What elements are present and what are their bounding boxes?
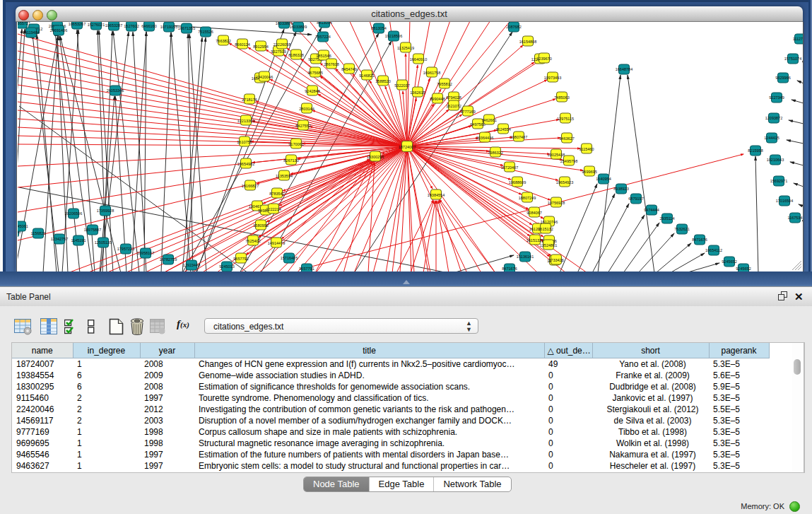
svg-text:19218506: 19218506 <box>385 34 402 38</box>
svg-text:8783542: 8783542 <box>269 192 284 196</box>
svg-text:9146821: 9146821 <box>359 74 374 78</box>
svg-text:3675685: 3675685 <box>307 71 322 75</box>
svg-text:18300295: 18300295 <box>367 155 384 159</box>
svg-text:7986322: 7986322 <box>488 151 502 155</box>
svg-text:9242848: 9242848 <box>305 89 319 93</box>
svg-text:10975887: 10975887 <box>84 228 101 232</box>
svg-text:9227349: 9227349 <box>769 95 784 100</box>
svg-text:1222214: 1222214 <box>266 207 281 211</box>
svg-text:9245652: 9245652 <box>722 259 736 264</box>
svg-text:20691406: 20691406 <box>50 28 67 33</box>
svg-text:9115460: 9115460 <box>579 147 594 151</box>
svg-text:8454749: 8454749 <box>341 67 356 71</box>
svg-text:1588520: 1588520 <box>375 79 390 83</box>
svg-text:8471676: 8471676 <box>502 267 517 271</box>
svg-text:1851546: 1851546 <box>316 54 331 58</box>
svg-text:1239670: 1239670 <box>536 57 551 61</box>
svg-text:15136141: 15136141 <box>517 255 534 259</box>
svg-text:14914479: 14914479 <box>268 241 285 245</box>
svg-text:15751074: 15751074 <box>784 57 801 61</box>
svg-text:10719155: 10719155 <box>160 25 177 29</box>
svg-text:15692971: 15692971 <box>770 179 787 183</box>
svg-text:7663822: 7663822 <box>216 39 230 43</box>
svg-text:10756928: 10756928 <box>548 201 565 205</box>
svg-text:8215958: 8215958 <box>748 148 763 153</box>
svg-text:16961758: 16961758 <box>423 71 440 75</box>
svg-text:13524861: 13524861 <box>540 243 557 247</box>
svg-text:2087682: 2087682 <box>506 25 521 29</box>
svg-text:23226058: 23226058 <box>273 42 290 47</box>
svg-text:8186328: 8186328 <box>288 53 303 57</box>
svg-text:10210643: 10210643 <box>767 158 784 162</box>
svg-text:10654112: 10654112 <box>705 248 722 252</box>
svg-text:1845061: 1845061 <box>18 224 28 228</box>
svg-text:7625402: 7625402 <box>245 239 260 243</box>
svg-text:9170061: 9170061 <box>288 142 303 146</box>
svg-text:1244415: 1244415 <box>764 136 779 140</box>
svg-text:10025438: 10025438 <box>548 153 565 157</box>
svg-text:1580993: 1580993 <box>253 223 268 228</box>
svg-text:1733426: 1733426 <box>548 258 563 262</box>
svg-text:7955812: 7955812 <box>437 82 452 86</box>
svg-text:1362615: 1362615 <box>410 90 425 95</box>
svg-text:8938923: 8938923 <box>613 187 628 191</box>
svg-text:17957223: 17957223 <box>117 247 134 251</box>
svg-text:19384554: 19384554 <box>428 193 445 197</box>
svg-text:10807487: 10807487 <box>510 135 527 139</box>
svg-text:1527602: 1527602 <box>124 24 139 28</box>
svg-text:10653267: 10653267 <box>69 22 86 26</box>
svg-text:9474444: 9474444 <box>644 208 659 212</box>
svg-text:2718176: 2718176 <box>242 98 257 102</box>
svg-text:9699695: 9699695 <box>582 170 596 174</box>
svg-text:9777169: 9777169 <box>460 110 475 114</box>
svg-text:16154808: 16154808 <box>519 40 536 44</box>
svg-text:8813054: 8813054 <box>371 26 386 30</box>
svg-text:9084067: 9084067 <box>526 211 541 215</box>
svg-text:11325419: 11325419 <box>397 46 414 50</box>
svg-text:6879197: 6879197 <box>628 197 643 201</box>
svg-text:23420046: 23420046 <box>256 75 273 79</box>
svg-text:20364436: 20364436 <box>476 136 493 140</box>
svg-text:16640910: 16640910 <box>410 57 427 62</box>
svg-text:39119484: 39119484 <box>23 30 40 35</box>
svg-text:1145191: 1145191 <box>71 238 86 243</box>
svg-text:10973493: 10973493 <box>544 76 561 80</box>
svg-text:10688609: 10688609 <box>509 180 526 185</box>
svg-text:1156829: 1156829 <box>30 231 45 235</box>
svg-text:2867608: 2867608 <box>324 62 339 66</box>
svg-text:1112757: 1112757 <box>793 37 803 41</box>
svg-text:10653287: 10653287 <box>105 23 122 28</box>
svg-text:7515526: 7515526 <box>198 30 213 34</box>
svg-text:8267130: 8267130 <box>283 158 298 163</box>
svg-text:1640954: 1640954 <box>596 177 611 181</box>
svg-text:26053346: 26053346 <box>107 88 124 93</box>
svg-text:9245652: 9245652 <box>736 267 751 271</box>
svg-text:25495798: 25495798 <box>560 159 577 163</box>
svg-text:12975115: 12975115 <box>557 117 574 121</box>
svg-text:16671355: 16671355 <box>178 26 195 30</box>
svg-text:6794028: 6794028 <box>446 95 461 100</box>
svg-text:5322037: 5322037 <box>394 83 409 88</box>
svg-text:9329966: 9329966 <box>775 76 790 80</box>
svg-text:15276021: 15276021 <box>88 23 105 27</box>
svg-text:20206506: 20206506 <box>65 211 82 216</box>
svg-text:7357224: 7357224 <box>315 35 330 39</box>
svg-text:15720407: 15720407 <box>501 165 518 170</box>
svg-text:8813054: 8813054 <box>317 22 331 25</box>
svg-text:11353594: 11353594 <box>276 174 293 178</box>
svg-text:9657791: 9657791 <box>233 257 248 261</box>
svg-text:18724007: 18724007 <box>399 145 416 149</box>
svg-text:10958107: 10958107 <box>137 251 154 255</box>
svg-text:12213369: 12213369 <box>237 119 254 123</box>
svg-text:1615132: 1615132 <box>538 227 553 231</box>
svg-text:19166827: 19166827 <box>242 184 259 188</box>
svg-text:7485063: 7485063 <box>554 95 569 100</box>
svg-text:1610755: 1610755 <box>237 140 252 144</box>
svg-text:18807249: 18807249 <box>519 196 536 200</box>
svg-text:1621072: 1621072 <box>446 104 461 108</box>
svg-text:9245013: 9245013 <box>219 264 234 269</box>
svg-text:16782759: 16782759 <box>160 257 177 262</box>
svg-text:9657791: 9657791 <box>299 267 314 271</box>
svg-text:17359928: 17359928 <box>97 209 114 213</box>
svg-text:12923448: 12923448 <box>183 263 200 267</box>
